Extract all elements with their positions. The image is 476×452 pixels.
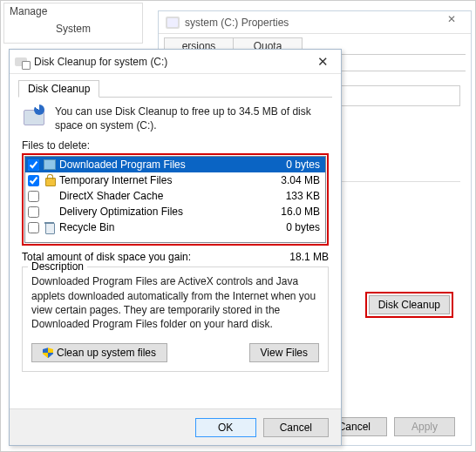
list-item-checkbox[interactable] — [28, 175, 39, 186]
icon-lock-icon — [43, 174, 57, 186]
disk-cleanup-icon — [15, 56, 29, 68]
list-item-checkbox[interactable] — [28, 159, 39, 171]
description-buttons: Clean up system files View Files — [31, 343, 319, 362]
disk-cleanup-title: Disk Cleanup for system (C:) — [34, 56, 309, 68]
files-list-highlight: Downloaded Program Files0 bytesTemporary… — [22, 153, 329, 246]
properties-apply-button[interactable]: Apply — [394, 417, 455, 436]
list-item-name: Downloaded Program Files — [59, 159, 264, 171]
tab-disk-cleanup[interactable]: Disk Cleanup — [18, 80, 99, 98]
properties-titlebar: system (C:) Properties ✕ — [159, 11, 471, 34]
icon-bin-icon — [43, 221, 57, 233]
disk-cleanup-tabs: Disk Cleanup — [18, 79, 332, 98]
list-item-name: Recycle Bin — [59, 221, 264, 233]
list-item[interactable]: Delivery Optimization Files16.0 MB — [25, 204, 325, 219]
intro-row: You can use Disk Cleanup to free up to 3… — [22, 105, 329, 132]
manage-subtitle: System — [4, 19, 142, 35]
cleanup-system-files-label: Clean up system files — [57, 347, 156, 359]
blank-icon — [43, 190, 57, 202]
disk-cleanup-footer: OK Cancel — [10, 408, 341, 445]
list-item-name: DirectX Shader Cache — [59, 190, 264, 202]
list-item-checkbox[interactable] — [28, 206, 39, 218]
list-item[interactable]: Recycle Bin0 bytes — [25, 219, 325, 235]
list-item-size: 0 bytes — [264, 221, 320, 233]
list-item-size: 16.0 MB — [264, 206, 320, 218]
close-icon[interactable]: ✕ — [434, 13, 469, 30]
disk-cleanup-dialog: Disk Cleanup for system (C:) ✕ Disk Clea… — [9, 49, 342, 446]
list-item[interactable]: DirectX Shader Cache133 KB — [25, 188, 325, 204]
ok-button[interactable]: OK — [195, 418, 256, 437]
properties-title: system (C:) Properties — [185, 17, 289, 29]
intro-text: You can use Disk Cleanup to free up to 3… — [55, 105, 329, 132]
description-text: Downloaded Program Files are ActiveX con… — [31, 274, 319, 331]
description-label: Description — [28, 260, 87, 273]
disk-cleanup-titlebar: Disk Cleanup for system (C:) ✕ — [10, 50, 341, 74]
cleanup-system-files-button[interactable]: Clean up system files — [31, 343, 167, 362]
list-item[interactable]: Downloaded Program Files0 bytes — [25, 157, 325, 172]
manage-title: Manage — [4, 3, 142, 19]
list-item-checkbox[interactable] — [28, 191, 39, 202]
manage-window-fragment: Manage System — [3, 3, 143, 44]
total-value: 18.1 MB — [259, 251, 329, 263]
files-to-delete-label: Files to delete: — [22, 139, 329, 152]
drive-icon — [166, 17, 180, 29]
list-item-name: Delivery Optimization Files — [59, 206, 264, 218]
close-icon[interactable]: ✕ — [309, 54, 336, 70]
cleanup-large-icon — [22, 105, 46, 129]
list-item-size: 133 KB — [264, 190, 320, 202]
disk-cleanup-button-highlight: Disk Cleanup — [365, 292, 453, 318]
list-item-size: 0 bytes — [264, 159, 320, 171]
shield-icon — [43, 347, 53, 358]
disk-cleanup-button[interactable]: Disk Cleanup — [369, 295, 450, 314]
list-item[interactable]: Temporary Internet Files3.04 MB — [25, 172, 325, 188]
icon-prog-icon — [43, 159, 57, 171]
list-item-size: 3.04 MB — [264, 174, 320, 186]
cancel-button[interactable]: Cancel — [263, 418, 329, 437]
description-group: Description Downloaded Program Files are… — [22, 266, 329, 372]
list-item-checkbox[interactable] — [28, 222, 39, 233]
list-item-name: Temporary Internet Files — [59, 174, 264, 186]
blank-icon — [43, 206, 57, 218]
disk-cleanup-body: You can use Disk Cleanup to free up to 3… — [10, 98, 341, 382]
view-files-button[interactable]: View Files — [249, 343, 319, 362]
files-list[interactable]: Downloaded Program Files0 bytesTemporary… — [24, 156, 326, 243]
